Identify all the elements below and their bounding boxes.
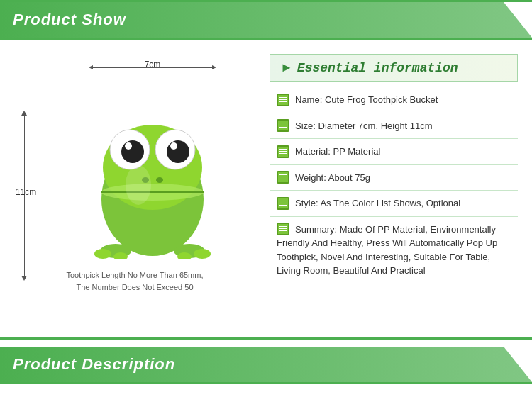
info-row-text: Size: Diameter 7cm, Height 11cm bbox=[295, 121, 433, 131]
info-row: Summary: Made Of PP Material, Environmen… bbox=[270, 216, 518, 284]
info-row: Style: As The Color List Shows, Optional bbox=[270, 191, 518, 217]
product-show-title: Product Show bbox=[13, 11, 126, 29]
product-description-header: Product Description bbox=[0, 347, 532, 382]
info-row-icon bbox=[277, 119, 289, 132]
product-image-area: 11cm 7cm bbox=[14, 54, 255, 330]
caption-line2: The Number Does Not Exceed 50 bbox=[76, 283, 193, 291]
essential-title: Essential information bbox=[297, 61, 458, 75]
arrow-right-icon bbox=[212, 65, 216, 69]
arrow-up-icon bbox=[21, 111, 27, 116]
info-row: Name: Cute Frog Toothpick Bucket bbox=[270, 87, 518, 113]
essential-header: ► Essential information bbox=[270, 54, 518, 82]
info-cell-4: Style: As The Color List Shows, Optional bbox=[270, 191, 518, 217]
info-row: Weight: About 75g bbox=[270, 164, 518, 191]
info-row-text: Weight: About 75g bbox=[295, 172, 370, 183]
info-row: Material: PP Material bbox=[270, 139, 518, 165]
info-area: ► Essential information Name: Cute Frog … bbox=[255, 54, 518, 330]
arrow-down-icon bbox=[21, 276, 27, 281]
frog-image-container: 7cm bbox=[82, 75, 223, 259]
info-row-text: Summary: Made Of PP Material, Environmen… bbox=[277, 224, 497, 276]
footer-bottom-divider bbox=[0, 382, 532, 384]
svg-point-16 bbox=[194, 249, 211, 259]
svg-point-18 bbox=[126, 165, 151, 205]
svg-point-11 bbox=[156, 177, 163, 183]
svg-point-9 bbox=[170, 142, 177, 150]
frog-svg bbox=[82, 75, 223, 259]
info-row-icon bbox=[277, 94, 289, 106]
width-dimension bbox=[89, 65, 216, 69]
info-row-icon bbox=[277, 223, 289, 235]
horiz-line bbox=[93, 67, 212, 68]
product-description-title: Product Description bbox=[13, 355, 175, 374]
height-label: 11cm bbox=[16, 187, 36, 197]
info-cell-0: Name: Cute Frog Toothpick Bucket bbox=[270, 87, 518, 113]
info-row-icon bbox=[277, 171, 289, 184]
info-row-icon bbox=[277, 145, 289, 158]
info-row-text: Material: PP Material bbox=[295, 146, 380, 157]
info-cell-2: Material: PP Material bbox=[270, 139, 518, 165]
info-cell-3: Weight: About 75g bbox=[270, 164, 518, 191]
essential-arrow-icon: ► bbox=[280, 60, 293, 75]
info-cell-5: Summary: Made Of PP Material, Environmen… bbox=[270, 216, 518, 284]
svg-point-6 bbox=[121, 140, 144, 163]
svg-point-8 bbox=[125, 142, 132, 150]
bottom-top-divider bbox=[0, 337, 532, 340]
product-show-header: Product Show bbox=[0, 2, 532, 38]
info-cell-1: Size: Diameter 7cm, Height 11cm bbox=[270, 113, 518, 139]
svg-point-13 bbox=[94, 249, 111, 259]
info-row-icon bbox=[277, 197, 289, 210]
main-content: 11cm 7cm bbox=[0, 40, 532, 337]
caption-line1: Toothpick Length No More Than 65mm, bbox=[66, 271, 203, 279]
info-row-text: Name: Cute Frog Toothpick Bucket bbox=[295, 94, 438, 105]
svg-point-7 bbox=[167, 140, 189, 163]
info-row: Size: Diameter 7cm, Height 11cm bbox=[270, 113, 518, 139]
info-row-text: Style: As The Color List Shows, Optional bbox=[295, 198, 460, 208]
product-caption: Toothpick Length No More Than 65mm, The … bbox=[66, 269, 203, 293]
info-table: Name: Cute Frog Toothpick BucketSize: Di… bbox=[270, 87, 518, 284]
